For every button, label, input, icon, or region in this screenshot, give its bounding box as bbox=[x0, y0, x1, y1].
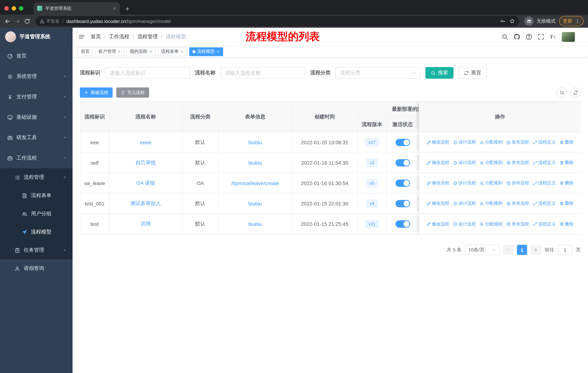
active-toggle[interactable] bbox=[395, 200, 410, 207]
search-button[interactable]: 搜索 bbox=[425, 67, 453, 79]
page-1-button[interactable]: 1 bbox=[517, 245, 527, 255]
update-button[interactable]: 更新 bbox=[559, 16, 584, 26]
form-info-link[interactable]: biubiu bbox=[248, 221, 262, 227]
refresh-table-button[interactable] bbox=[570, 87, 581, 98]
address-bar[interactable]: 不安全 dashboard.yudao.iocoder.cn/bpm/manag… bbox=[35, 16, 519, 26]
action-modify-process[interactable]: 修改流程 bbox=[426, 160, 449, 166]
fullscreen-icon[interactable] bbox=[538, 33, 544, 40]
action-delete[interactable]: 删除 bbox=[559, 221, 574, 227]
action-delete[interactable]: 删除 bbox=[559, 139, 574, 145]
process-name-input[interactable] bbox=[220, 67, 305, 79]
toggle-search-button[interactable] bbox=[557, 87, 567, 98]
sidebar-item-workflow[interactable]: 工作流程 bbox=[0, 148, 73, 168]
action-design-process[interactable]: 设计流程 bbox=[453, 139, 476, 145]
tags-view-item-process-model[interactable]: 流程模型 bbox=[189, 47, 223, 56]
action-modify-process[interactable]: 修改流程 bbox=[426, 200, 449, 207]
reset-button[interactable]: 重置 bbox=[458, 67, 487, 79]
form-info-link[interactable]: biubiu bbox=[248, 139, 262, 145]
tag-close-icon[interactable] bbox=[180, 50, 184, 53]
action-design-process[interactable]: 设计流程 bbox=[453, 200, 476, 207]
help-icon[interactable] bbox=[526, 33, 532, 40]
process-name-link[interactable]: eeee bbox=[140, 139, 151, 145]
action-design-process[interactable]: 设计流程 bbox=[453, 221, 476, 227]
user-avatar[interactable] bbox=[562, 32, 575, 42]
action-process-definition[interactable]: 流程定义 bbox=[533, 160, 556, 166]
window-close-button[interactable] bbox=[4, 6, 9, 10]
window-zoom-button[interactable] bbox=[19, 6, 23, 10]
incognito-badge[interactable]: 无痕模式 bbox=[524, 16, 556, 26]
next-page-button[interactable] bbox=[531, 245, 541, 255]
form-info-link[interactable]: biubiu bbox=[248, 201, 262, 206]
action-delete[interactable]: 删除 bbox=[559, 200, 574, 207]
sidebar-item-task-manage[interactable]: 任务管理 bbox=[0, 241, 73, 259]
reload-button[interactable] bbox=[24, 18, 30, 24]
action-publish-process[interactable]: 发布流程 bbox=[506, 221, 529, 227]
action-publish-process[interactable]: 发布流程 bbox=[506, 160, 529, 166]
prev-page-button[interactable] bbox=[503, 245, 513, 255]
app-logo[interactable]: 芋道管理系统 bbox=[0, 28, 73, 46]
active-toggle[interactable] bbox=[395, 179, 410, 187]
action-assign-rule[interactable]: 分配规则 bbox=[480, 139, 503, 145]
menu-dots-icon[interactable] bbox=[575, 19, 580, 24]
breadcrumb-item-2[interactable]: 流程管理 bbox=[137, 33, 158, 40]
active-toggle[interactable] bbox=[395, 220, 410, 228]
active-toggle[interactable] bbox=[395, 139, 410, 146]
tags-view-item-home[interactable]: 首页 bbox=[78, 47, 93, 56]
action-modify-process[interactable]: 修改流程 bbox=[426, 180, 449, 186]
action-design-process[interactable]: 设计流程 bbox=[453, 180, 476, 186]
active-toggle[interactable] bbox=[395, 159, 410, 166]
back-button[interactable] bbox=[4, 18, 10, 24]
sidebar-item-process-form[interactable]: 流程表单 bbox=[0, 186, 73, 205]
window-minimize-button[interactable] bbox=[12, 6, 16, 10]
action-assign-rule[interactable]: 分配规则 bbox=[480, 200, 503, 207]
process-name-link[interactable]: 自己审批 bbox=[136, 159, 156, 166]
action-assign-rule[interactable]: 分配规则 bbox=[480, 221, 503, 227]
goto-page-input[interactable] bbox=[558, 245, 572, 255]
action-process-definition[interactable]: 流程定义 bbox=[533, 139, 556, 145]
action-assign-rule[interactable]: 分配规则 bbox=[480, 160, 503, 166]
breadcrumb-item-1[interactable]: 工作流程 bbox=[109, 33, 129, 40]
key-icon[interactable] bbox=[500, 19, 505, 24]
action-publish-process[interactable]: 发布流程 bbox=[506, 180, 529, 186]
process-name-link[interactable]: 测试多审批人 bbox=[130, 200, 161, 207]
tag-close-icon[interactable] bbox=[149, 50, 152, 53]
tags-view-item-my-process[interactable]: 我的流程 bbox=[126, 47, 156, 56]
browser-tab[interactable]: 芋道管理系统 bbox=[33, 2, 120, 15]
bookmark-star-icon[interactable] bbox=[510, 19, 515, 24]
github-icon[interactable] bbox=[514, 33, 520, 40]
action-publish-process[interactable]: 发布流程 bbox=[506, 200, 529, 207]
process-name-link[interactable]: 滔博 bbox=[141, 221, 151, 227]
category-select[interactable]: 流程分类 bbox=[335, 67, 421, 79]
sidebar-item-process-model[interactable]: 流程模型 bbox=[0, 223, 73, 241]
sidebar-item-system-manage[interactable]: 系统管理 bbox=[0, 66, 73, 87]
security-chip[interactable]: 不安全 bbox=[40, 18, 59, 24]
tag-close-icon[interactable] bbox=[217, 50, 220, 53]
form-info-link[interactable]: biubiu bbox=[248, 160, 262, 166]
create-process-button[interactable]: 新建流程 bbox=[80, 87, 113, 98]
sidebar-item-leave-query[interactable]: 请假查询 bbox=[0, 259, 73, 278]
action-modify-process[interactable]: 修改流程 bbox=[426, 139, 449, 145]
header-search-icon[interactable] bbox=[502, 33, 508, 40]
import-process-button[interactable]: 导入流程 bbox=[116, 87, 149, 98]
sidebar-item-user-group[interactable]: 用户分组 bbox=[0, 205, 73, 223]
action-design-process[interactable]: 设计流程 bbox=[453, 160, 476, 166]
process-name-link[interactable]: OA 请假 bbox=[136, 180, 155, 186]
forward-button[interactable] bbox=[14, 18, 21, 24]
action-delete[interactable]: 删除 bbox=[559, 180, 574, 186]
tags-view-item-process-form[interactable]: 流程表单 bbox=[158, 47, 187, 56]
action-assign-rule[interactable]: 分配规则 bbox=[480, 180, 503, 186]
action-process-definition[interactable]: 流程定义 bbox=[533, 180, 556, 186]
page-size-select[interactable]: 10条/页 bbox=[465, 245, 499, 255]
hamburger-icon[interactable] bbox=[78, 33, 85, 40]
breadcrumb-item-0[interactable]: 首页 bbox=[91, 33, 101, 40]
action-modify-process[interactable]: 修改流程 bbox=[426, 221, 449, 227]
new-tab-button[interactable] bbox=[125, 7, 130, 11]
sidebar-item-infrastructure[interactable]: 基础设施 bbox=[0, 107, 73, 128]
action-process-definition[interactable]: 流程定义 bbox=[533, 221, 556, 227]
process-key-input[interactable] bbox=[105, 67, 190, 79]
sidebar-item-process-manage[interactable]: 流程管理 bbox=[0, 168, 73, 186]
form-info-link[interactable]: /bpm/oa/leave/create bbox=[231, 180, 279, 186]
action-process-definition[interactable]: 流程定义 bbox=[533, 200, 556, 207]
action-delete[interactable]: 删除 bbox=[559, 160, 574, 166]
sidebar-item-home[interactable]: 首页 bbox=[0, 46, 73, 66]
